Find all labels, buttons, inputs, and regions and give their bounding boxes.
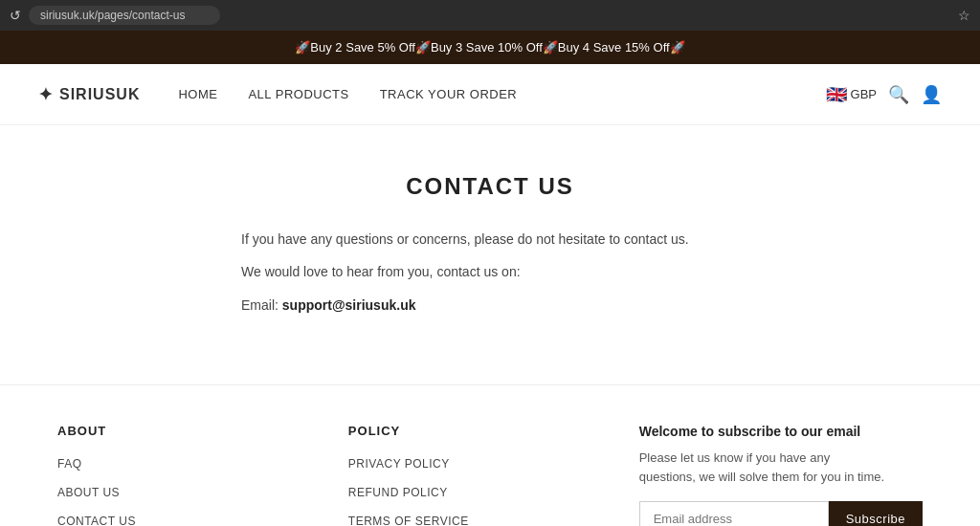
list-item: PRIVACY POLICY bbox=[348, 455, 601, 471]
footer-privacy-link[interactable]: PRIVACY POLICY bbox=[348, 457, 450, 471]
contact-info: If you have any questions or concerns, p… bbox=[241, 229, 739, 316]
email-line: Email: support@siriusuk.uk bbox=[241, 295, 739, 316]
subscribe-form: Subscribe bbox=[639, 501, 923, 526]
page-title: CONTACT US bbox=[38, 173, 942, 200]
footer-faq-link[interactable]: FAQ bbox=[57, 457, 82, 471]
search-icon[interactable]: 🔍 bbox=[888, 84, 909, 105]
footer-about: ABOUT FAQ ABOUT US CONTACT US TRACK YOUR… bbox=[57, 424, 310, 526]
address-bar[interactable]: siriusuk.uk/pages/contact-us bbox=[29, 6, 220, 25]
main-content: CONTACT US If you have any questions or … bbox=[0, 125, 980, 384]
contact-paragraph-1: If you have any questions or concerns, p… bbox=[241, 229, 739, 250]
contact-paragraph-2: We would love to hear from you, contact … bbox=[241, 261, 739, 282]
main-nav: HOME ALL PRODUCTS TRACK YOUR ORDER bbox=[178, 87, 825, 101]
site-footer: ABOUT FAQ ABOUT US CONTACT US TRACK YOUR… bbox=[0, 384, 980, 526]
browser-chrome: ↺ siriusuk.uk/pages/contact-us ☆ bbox=[0, 0, 980, 31]
footer-about-heading: ABOUT bbox=[57, 424, 310, 438]
bookmark-icon[interactable]: ☆ bbox=[958, 8, 970, 23]
currency-selector[interactable]: 🇬🇧 GBP bbox=[826, 84, 877, 105]
email-input[interactable] bbox=[639, 501, 829, 526]
list-item: FAQ bbox=[57, 455, 310, 471]
flag-icon: 🇬🇧 bbox=[826, 84, 847, 105]
subscribe-button[interactable]: Subscribe bbox=[829, 501, 923, 526]
nav-track-order[interactable]: TRACK YOUR ORDER bbox=[380, 87, 518, 101]
subscribe-heading: Welcome to subscribe to our email bbox=[639, 424, 923, 439]
nav-home[interactable]: HOME bbox=[178, 87, 217, 101]
logo-link[interactable]: ✦ SIRIUSUK bbox=[38, 84, 140, 105]
list-item: REFUND POLICY bbox=[348, 484, 601, 499]
promo-banner: 🚀Buy 2 Save 5% Off🚀Buy 3 Save 10% Off🚀Bu… bbox=[0, 31, 980, 64]
footer-refund-link[interactable]: REFUND POLICY bbox=[348, 486, 448, 499]
currency-label: GBP bbox=[851, 87, 877, 101]
footer-terms-link[interactable]: TERMS OF SERVICE bbox=[348, 515, 469, 526]
footer-policy: POLICY PRIVACY POLICY REFUND POLICY TERM… bbox=[348, 424, 601, 526]
email-label: Email: bbox=[241, 297, 278, 313]
site-header: ✦ SIRIUSUK HOME ALL PRODUCTS TRACK YOUR … bbox=[0, 64, 980, 125]
footer-policy-links: PRIVACY POLICY REFUND POLICY TERMS OF SE… bbox=[348, 455, 601, 526]
footer-subscribe: Welcome to subscribe to our email Please… bbox=[639, 424, 923, 526]
logo-text: SIRIUSUK bbox=[59, 86, 140, 103]
list-item: ABOUT US bbox=[57, 484, 310, 499]
promo-text: 🚀Buy 2 Save 5% Off🚀Buy 3 Save 10% Off🚀Bu… bbox=[295, 40, 684, 55]
footer-about-us-link[interactable]: ABOUT US bbox=[57, 486, 120, 499]
email-link[interactable]: support@siriusuk.uk bbox=[282, 297, 416, 313]
subscribe-description: Please let us know if you have any quest… bbox=[639, 449, 888, 486]
list-item: TERMS OF SERVICE bbox=[348, 513, 601, 526]
footer-contact-link[interactable]: CONTACT US bbox=[57, 515, 136, 526]
user-icon[interactable]: 👤 bbox=[921, 84, 942, 105]
header-right: 🇬🇧 GBP 🔍 👤 bbox=[826, 84, 942, 105]
reload-icon[interactable]: ↺ bbox=[10, 8, 21, 23]
logo-icon: ✦ bbox=[38, 84, 54, 105]
nav-all-products[interactable]: ALL PRODUCTS bbox=[248, 87, 348, 101]
footer-about-links: FAQ ABOUT US CONTACT US TRACK YOUR ORDER bbox=[57, 455, 310, 526]
footer-policy-heading: POLICY bbox=[348, 424, 601, 438]
list-item: CONTACT US bbox=[57, 513, 310, 526]
